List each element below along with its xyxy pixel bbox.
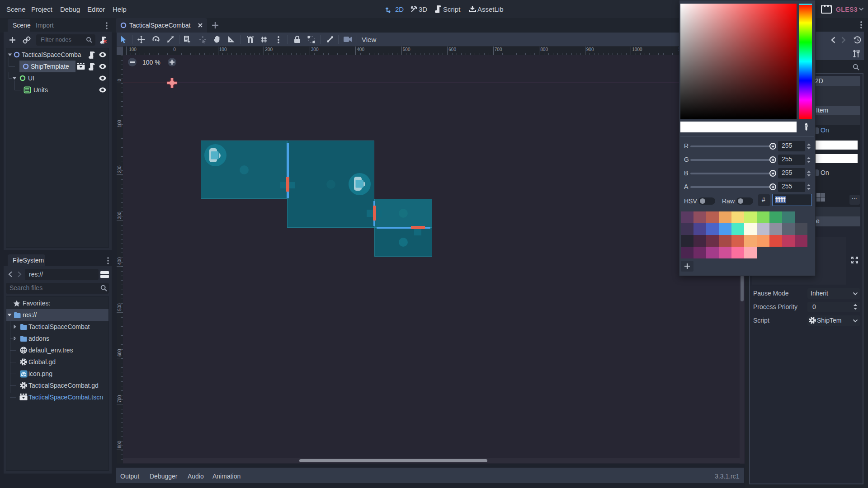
svg-text:0: 0 [117, 79, 122, 81]
svg-text:600: 600 [117, 349, 122, 357]
svg-text:500: 500 [117, 303, 122, 311]
svg-text:400: 400 [117, 257, 122, 265]
svg-text:800: 800 [117, 441, 122, 448]
svg-text:100: 100 [117, 120, 122, 127]
svg-text:700: 700 [117, 395, 122, 403]
svg-text:200: 200 [117, 165, 122, 173]
svg-text:300: 300 [117, 211, 122, 219]
